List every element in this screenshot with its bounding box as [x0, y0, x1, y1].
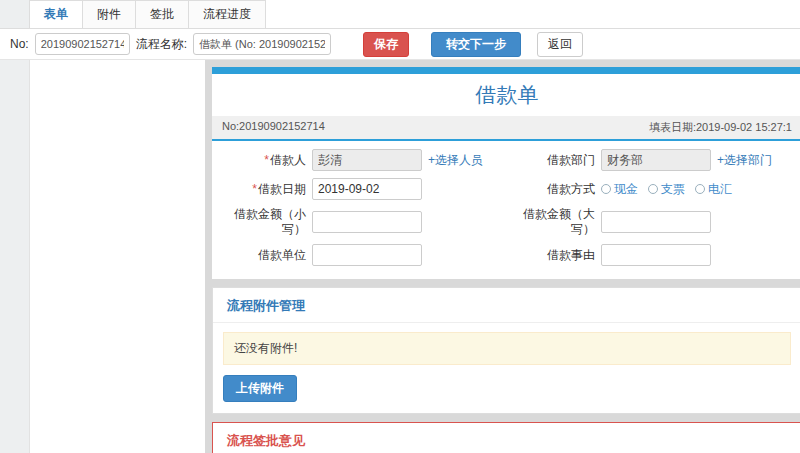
panel-top-accent-bar	[212, 67, 800, 74]
approval-panel: 流程签批意见 B I abc ✗ ∞ ⚑ 1≡ •≡ ⇤ ⇥	[212, 422, 800, 453]
toolbar: No: 流程名称: 保存 转交下一步 返回	[0, 29, 800, 60]
radio-wire[interactable]: 电汇	[695, 181, 732, 198]
radio-icon	[695, 184, 705, 194]
tab-approval[interactable]: 签批	[135, 0, 189, 28]
radio-icon	[648, 184, 658, 194]
radio-icon	[601, 184, 611, 194]
amount-uppercase-label: 借款金额（大写）	[507, 207, 595, 237]
tab-progress[interactable]: 流程进度	[188, 0, 266, 28]
radio-cheque[interactable]: 支票	[648, 181, 685, 198]
required-mark: *	[252, 182, 257, 196]
select-department-link[interactable]: +选择部门	[717, 152, 772, 169]
attachments-panel: 流程附件管理 还没有附件! 上传附件	[212, 287, 800, 414]
borrower-input[interactable]	[312, 149, 422, 171]
back-button[interactable]: 返回	[537, 32, 583, 57]
loan-reason-label: 借款事由	[507, 248, 595, 263]
loan-date-label: *借款日期	[218, 182, 306, 197]
loan-form-panel: 借款单 No:20190902152714 填表日期:2019-09-02 15…	[212, 67, 800, 279]
select-person-link[interactable]: +选择人员	[428, 152, 483, 169]
form-fields: *借款人 +选择人员 借款部门 +选择部门 *借款日期	[212, 141, 800, 279]
tab-bar: 表单 附件 签批 流程进度	[0, 0, 800, 29]
form-number: No:20190902152714	[222, 120, 325, 135]
form-meta-bar: No:20190902152714 填表日期:2019-09-02 15:27:…	[212, 116, 800, 139]
amount-lowercase-label: 借款金额（小写）	[218, 207, 306, 237]
upload-attachment-button[interactable]: 上传附件	[223, 375, 297, 402]
borrower-label: *借款人	[218, 153, 306, 168]
process-name-label: 流程名称:	[136, 36, 187, 53]
no-label: No:	[10, 37, 29, 51]
department-input[interactable]	[601, 149, 711, 171]
loan-method-options: 现金 支票 电汇	[601, 181, 732, 198]
no-input[interactable]	[35, 33, 130, 55]
amount-uppercase-input[interactable]	[601, 211, 711, 233]
no-attachments-notice: 还没有附件!	[223, 332, 791, 365]
attachments-title: 流程附件管理	[213, 288, 800, 323]
form-fill-date: 填表日期:2019-09-02 15:27:1	[649, 120, 792, 135]
corner-spacer	[0, 0, 30, 28]
loan-unit-label: 借款单位	[218, 248, 306, 263]
approval-title: 流程签批意见	[213, 423, 800, 453]
loan-unit-input[interactable]	[312, 244, 422, 266]
radio-cash[interactable]: 现金	[601, 181, 638, 198]
left-rail	[0, 60, 30, 453]
loan-date-input[interactable]	[312, 178, 422, 200]
tab-attachments[interactable]: 附件	[82, 0, 136, 28]
content-area: 借款单 No:20190902152714 填表日期:2019-09-02 15…	[205, 60, 800, 453]
tab-form[interactable]: 表单	[29, 0, 83, 28]
loan-method-label: 借款方式	[507, 182, 595, 197]
loan-reason-input[interactable]	[601, 244, 711, 266]
department-label: 借款部门	[507, 153, 595, 168]
page-title: 借款单	[212, 74, 800, 116]
process-name-input[interactable]	[193, 33, 331, 55]
save-button[interactable]: 保存	[363, 32, 409, 57]
amount-lowercase-input[interactable]	[312, 211, 422, 233]
left-spacer	[30, 60, 205, 453]
required-mark: *	[264, 153, 269, 167]
forward-next-step-button[interactable]: 转交下一步	[431, 32, 521, 57]
